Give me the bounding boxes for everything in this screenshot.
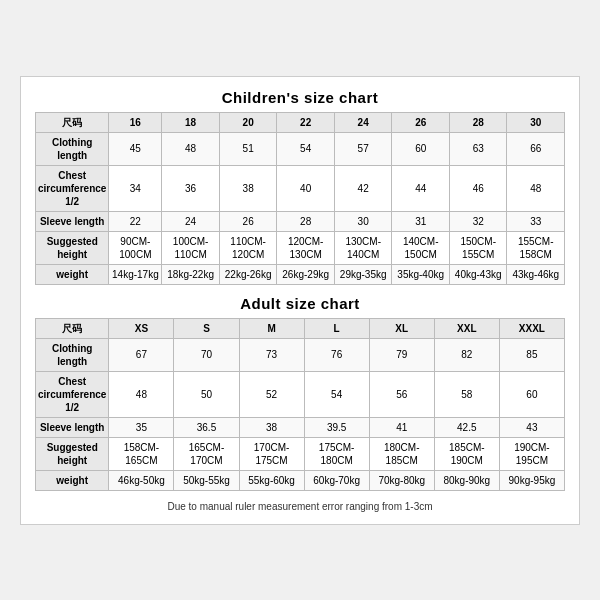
size-chart-container: Children's size chart 尺码1618202224262830… <box>20 76 580 525</box>
adult-chart-title: Adult size chart <box>35 295 565 312</box>
table-row: Chest circumference 1/248505254565860 <box>36 371 565 417</box>
footer-note: Due to manual ruler measurement error ra… <box>35 501 565 512</box>
table-row: Suggested height158CM-165CM165CM-170CM17… <box>36 437 565 470</box>
children-chart-title: Children's size chart <box>35 89 565 106</box>
children-size-table: 尺码1618202224262830 Clothing length454851… <box>35 112 565 285</box>
adult-header-row: 尺码XSSMLXLXXLXXXL <box>36 318 565 338</box>
table-row: Clothing length67707376798285 <box>36 338 565 371</box>
table-row: weight46kg-50kg50kg-55kg55kg-60kg60kg-70… <box>36 470 565 490</box>
table-row: weight14kg-17kg18kg-22kg22kg-26kg26kg-29… <box>36 264 565 284</box>
table-row: Suggested height90CM-100CM100CM-110CM110… <box>36 231 565 264</box>
children-header-row: 尺码1618202224262830 <box>36 112 565 132</box>
table-row: Clothing length4548515457606366 <box>36 132 565 165</box>
table-row: Sleeve length3536.53839.54142.543 <box>36 417 565 437</box>
adult-size-table: 尺码XSSMLXLXXLXXXL Clothing length67707376… <box>35 318 565 491</box>
table-row: Chest circumference 1/23436384042444648 <box>36 165 565 211</box>
table-row: Sleeve length2224262830313233 <box>36 211 565 231</box>
